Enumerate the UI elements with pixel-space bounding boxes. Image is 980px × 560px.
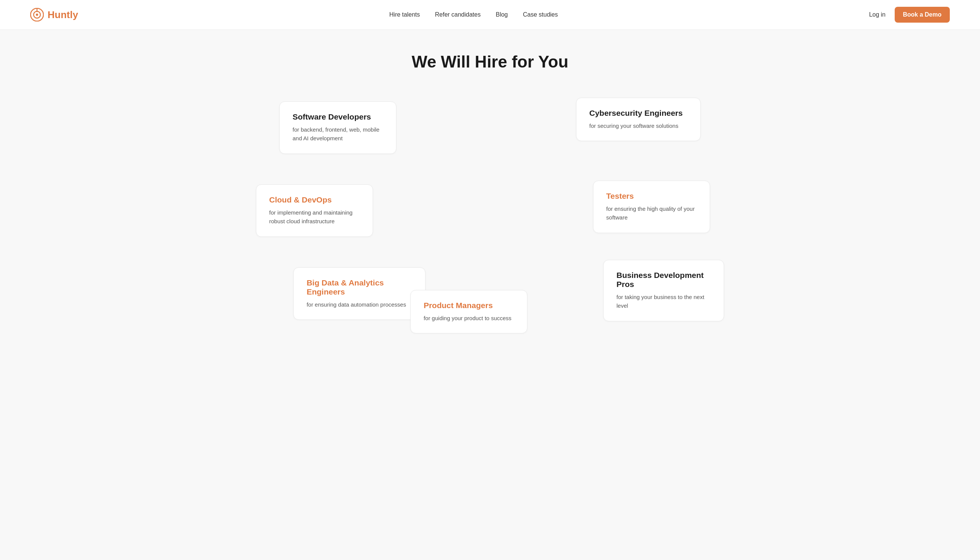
card-product-managers: Product Managers for guiding your produc… [410, 290, 527, 333]
cards-grid: Software Developers for backend, fronten… [256, 94, 724, 320]
card-title-testers: Testers [606, 192, 697, 201]
nav-case-studies[interactable]: Case studies [523, 11, 558, 18]
nav-blog[interactable]: Blog [496, 11, 508, 18]
nav-refer-candidates[interactable]: Refer candidates [435, 11, 480, 18]
site-header: Huntly Hire talents Refer candidates Blo… [0, 0, 980, 30]
huntly-logo-icon [30, 8, 44, 22]
card-title-cloud-devops: Cloud & DevOps [269, 195, 360, 204]
card-title-product-managers: Product Managers [423, 301, 514, 310]
card-desc-cybersecurity: for securing your software solutions [589, 122, 687, 130]
card-cloud-devops: Cloud & DevOps for implementing and main… [256, 184, 373, 237]
card-desc-software-developers: for backend, frontend, web, mobile and A… [293, 125, 383, 143]
card-title-big-data: Big Data & Analytics Engineers [306, 278, 412, 297]
login-button[interactable]: Log in [869, 11, 886, 18]
card-desc-cloud-devops: for implementing and maintaining robust … [269, 208, 360, 226]
card-desc-product-managers: for guiding your product to success [423, 314, 514, 322]
card-title-biz-dev: Business Development Pros [617, 271, 711, 289]
card-cybersecurity: Cybersecurity Engineers for securing you… [576, 98, 701, 141]
card-biz-dev: Business Development Pros for taking you… [603, 260, 724, 321]
card-title-cybersecurity: Cybersecurity Engineers [589, 108, 687, 118]
book-demo-button[interactable]: Book a Demo [895, 7, 950, 23]
logo[interactable]: Huntly [30, 8, 78, 22]
card-title-software-developers: Software Developers [293, 112, 383, 122]
card-software-developers: Software Developers for backend, fronten… [279, 102, 396, 154]
page-title: We Will Hire for You [256, 52, 724, 71]
card-desc-testers: for ensuring the high quality of your so… [606, 204, 697, 222]
main-nav: Hire talents Refer candidates Blog Case … [389, 11, 558, 18]
logo-text: Huntly [48, 9, 78, 21]
card-testers: Testers for ensuring the high quality of… [593, 181, 710, 233]
header-actions: Log in Book a Demo [869, 7, 950, 23]
card-big-data: Big Data & Analytics Engineers for ensur… [293, 267, 425, 320]
card-desc-biz-dev: for taking your business to the next lev… [617, 293, 711, 310]
svg-point-2 [36, 13, 38, 16]
nav-hire-talents[interactable]: Hire talents [389, 11, 420, 18]
main-content: We Will Hire for You Software Developers… [226, 30, 754, 350]
card-desc-big-data: for ensuring data automation processes [306, 300, 412, 309]
